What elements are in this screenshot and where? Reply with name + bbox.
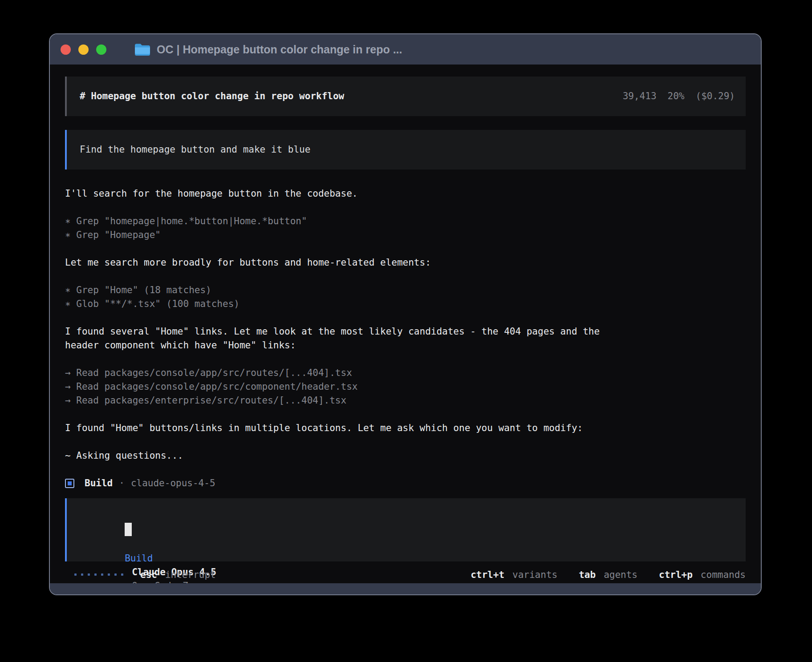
- session-stats: 39,413 20% ($0.29): [612, 89, 735, 103]
- status-bar: escinterrupt ctrl+tvariants tabagents ct…: [65, 568, 746, 581]
- session-header: # Homepage button color change in repo w…: [65, 77, 746, 116]
- input-line[interactable]: [80, 509, 735, 523]
- hint-interrupt: escinterrupt: [140, 569, 216, 580]
- spinner-icon: [74, 573, 123, 576]
- hint-agents: tabagents: [579, 569, 637, 580]
- tool-call-grep: ∗ Grep "Home" (18 matches): [65, 283, 746, 297]
- model-line: Build Claude Opus 4.5 OpenCode Zen: [80, 538, 735, 552]
- status-right: ctrl+tvariants tabagents ctrl+pcommands: [449, 569, 746, 580]
- title-group: OC | Homepage button color change in rep…: [134, 43, 402, 56]
- context-percent: 20%: [668, 89, 685, 103]
- tool-call-read: → Read packages/console/app/src/routes/[…: [65, 366, 746, 380]
- hint-commands: ctrl+pcommands: [659, 569, 746, 580]
- hint-variants: ctrl+tvariants: [471, 569, 557, 580]
- text-cursor: [125, 523, 132, 536]
- tool-call-read: → Read packages/enterprise/src/routes/[.…: [65, 394, 746, 408]
- terminal-content: # Homepage button color change in repo w…: [50, 65, 761, 583]
- user-message: Find the homepage button and make it blu…: [65, 130, 746, 170]
- hint-interrupt-label: interrupt: [165, 569, 216, 580]
- hint-commands-label: commands: [701, 569, 746, 580]
- agent-icon: [65, 479, 74, 488]
- hint-agents-label: agents: [604, 569, 637, 580]
- window-titlebar: OC | Homepage button color change in rep…: [50, 34, 761, 65]
- assistant-text: I found several "Home" links. Let me loo…: [65, 325, 746, 339]
- token-count: 39,413: [623, 89, 657, 103]
- status-left: escinterrupt: [65, 569, 216, 580]
- zoom-button[interactable]: [96, 44, 106, 55]
- working-status: ~ Asking questions...: [65, 449, 746, 463]
- assistant-text: I'll search for the homepage button in t…: [65, 187, 746, 201]
- minimize-button[interactable]: [78, 44, 89, 55]
- hint-variants-label: variants: [512, 569, 557, 580]
- terminal-window: OC | Homepage button color change in rep…: [49, 33, 762, 595]
- key-ctrl-t: ctrl+t: [471, 569, 504, 580]
- window-bottom-chrome: [50, 583, 761, 594]
- tool-call-read: → Read packages/console/app/src/componen…: [65, 380, 746, 394]
- traffic-lights: [61, 44, 106, 55]
- tool-call-grep: ∗ Grep "Homepage": [65, 228, 746, 242]
- assistant-text: header component which have "Home" links…: [65, 339, 746, 352]
- session-cost: ($0.29): [695, 89, 735, 103]
- folder-icon: [134, 43, 150, 56]
- transcript: I'll search for the homepage button in t…: [65, 187, 746, 490]
- assistant-text: Let me search more broadly for buttons a…: [65, 256, 746, 270]
- user-message-text: Find the homepage button and make it blu…: [80, 144, 310, 155]
- session-title: # Homepage button color change in repo w…: [80, 89, 344, 103]
- tool-call-glob: ∗ Glob "**/*.tsx" (100 matches): [65, 297, 746, 311]
- mode-label[interactable]: Build: [125, 553, 153, 564]
- prompt-input[interactable]: Build Claude Opus 4.5 OpenCode Zen: [65, 498, 746, 561]
- separator-dot: ·: [119, 476, 125, 490]
- agent-status-line: Build · claude-opus-4-5: [65, 476, 746, 490]
- key-tab: tab: [579, 569, 596, 580]
- assistant-text: I found "Home" buttons/links in multiple…: [65, 421, 746, 435]
- tool-call-grep: ∗ Grep "homepage|home.*button|Home.*butt…: [65, 214, 746, 228]
- window-title: OC | Homepage button color change in rep…: [157, 43, 402, 56]
- agent-name: Build: [85, 476, 113, 490]
- close-button[interactable]: [61, 44, 71, 55]
- key-ctrl-p: ctrl+p: [659, 569, 693, 580]
- agent-model: claude-opus-4-5: [131, 476, 215, 490]
- key-esc: esc: [140, 569, 157, 580]
